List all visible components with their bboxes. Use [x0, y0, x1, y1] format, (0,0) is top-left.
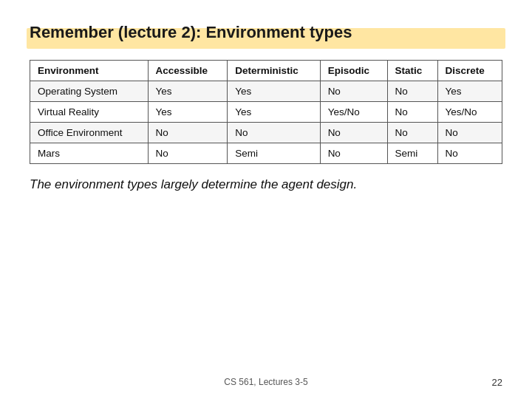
footer-page: 22	[492, 377, 502, 388]
table-header-row: Environment Accessible Deterministic Epi…	[30, 60, 502, 81]
table-cell: No	[387, 81, 437, 101]
table-cell: No	[320, 122, 387, 143]
table-cell: Yes/No	[437, 101, 502, 122]
col-header-deterministic: Deterministic	[228, 60, 320, 81]
table-cell: Yes/No	[320, 101, 387, 122]
table-cell: Virtual Reality	[30, 101, 149, 122]
table-row: Operating SystemYesYesNoNoYes	[30, 81, 502, 101]
environment-table: Environment Accessible Deterministic Epi…	[30, 60, 502, 164]
table-row: Office EnvironmentNoNoNoNoNo	[30, 122, 502, 143]
table-cell: Yes	[228, 101, 320, 122]
table-cell: No	[148, 143, 228, 163]
table-row: Virtual RealityYesYesYes/NoNoYes/No	[30, 101, 502, 122]
table-cell: Yes	[148, 81, 228, 101]
footer-label: CS 561, Lectures 3-5	[224, 377, 307, 387]
bottom-text: The environment types largely determine …	[30, 177, 502, 192]
table-cell: No	[228, 122, 320, 143]
table-cell: Semi	[387, 143, 437, 163]
table-cell: No	[148, 122, 228, 143]
table-row: MarsNoSemiNoSemiNo	[30, 143, 502, 163]
table-body: Operating SystemYesYesNoNoYesVirtual Rea…	[30, 81, 502, 163]
table-cell: No	[320, 143, 387, 163]
table-cell: No	[437, 122, 502, 143]
table-cell: No	[437, 143, 502, 163]
table-cell: Mars	[30, 143, 149, 163]
col-header-episodic: Episodic	[320, 60, 387, 81]
table-cell: Operating System	[30, 81, 149, 101]
slide: Remember (lecture 2): Environment types …	[0, 0, 532, 399]
table-cell: No	[387, 101, 437, 122]
col-header-static: Static	[387, 60, 437, 81]
footer: CS 561, Lectures 3-5 22	[0, 377, 532, 387]
title-area: Remember (lecture 2): Environment types	[30, 22, 502, 44]
table-cell: Yes	[228, 81, 320, 101]
col-header-environment: Environment	[30, 60, 149, 81]
table-cell: Semi	[228, 143, 320, 163]
table-cell: No	[320, 81, 387, 101]
col-header-discrete: Discrete	[437, 60, 502, 81]
slide-title: Remember (lecture 2): Environment types	[30, 22, 502, 44]
col-header-accessible: Accessible	[148, 60, 228, 81]
table-cell: Office Environment	[30, 122, 149, 143]
table-cell: No	[387, 122, 437, 143]
table-cell: Yes	[148, 101, 228, 122]
table-cell: Yes	[437, 81, 502, 101]
